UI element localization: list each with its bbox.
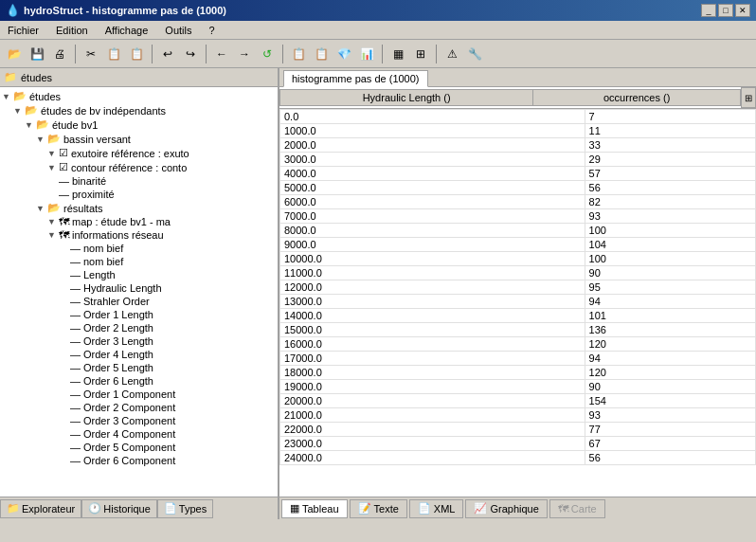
toolbar-warn[interactable]: ⚠ <box>441 44 462 64</box>
tree-item[interactable]: ▼ 📂 résultats <box>2 201 276 215</box>
tree-item[interactable]: — Order 2 Component <box>2 401 276 414</box>
close-button[interactable]: ✕ <box>735 4 750 17</box>
table-row[interactable]: 20000.0154 <box>280 394 756 408</box>
table-row[interactable]: 7000.093 <box>280 209 756 224</box>
tab-explorateur[interactable]: 📁 Explorateur <box>0 499 81 518</box>
menu-edition[interactable]: Edition <box>52 24 92 37</box>
bottom-tab-xml[interactable]: 📄 XML <box>409 499 464 518</box>
tree-item[interactable]: — Order 5 Component <box>2 441 276 454</box>
tree-item[interactable]: ▼ 📂 bassin versant <box>2 132 276 146</box>
table-row[interactable]: 23000.067 <box>280 437 756 451</box>
tree-item[interactable]: — nom bief <box>2 242 276 255</box>
table-row[interactable]: 13000.094 <box>280 295 756 309</box>
toolbar-btn1[interactable]: 📋 <box>288 44 309 64</box>
table-row[interactable]: 3000.029 <box>280 153 756 167</box>
table-row[interactable]: 17000.094 <box>280 352 756 366</box>
bottom-tab-graphique[interactable]: 📈 Graphique <box>465 499 547 518</box>
toolbar-settings[interactable]: 🔧 <box>464 44 485 64</box>
minimize-button[interactable]: _ <box>701 4 716 17</box>
tree-item[interactable]: — Order 5 Length <box>2 361 276 374</box>
tab-types[interactable]: 📄 Types <box>157 499 213 518</box>
table-row[interactable]: 19000.090 <box>280 380 756 394</box>
table-row[interactable]: 16000.0120 <box>280 337 756 352</box>
toolbar-chart[interactable]: 📊 <box>356 44 377 64</box>
tree-item[interactable]: ▼ 🗺 map : étude bv1 - ma <box>2 215 276 228</box>
table-row[interactable]: 4000.057 <box>280 167 756 181</box>
tree-item[interactable]: ▼ 📂 étude bv1 <box>2 117 276 132</box>
carte-icon: 🗺 <box>558 503 568 515</box>
table-row[interactable]: 22000.077 <box>280 423 756 437</box>
tree-item[interactable]: — Strahler Order <box>2 295 276 308</box>
tree-content[interactable]: ▼ 📂 études ▼ 📂 études de bv indépendants… <box>0 87 278 497</box>
tree-item[interactable]: — Order 1 Length <box>2 308 276 321</box>
toolbar-open[interactable]: 📂 <box>4 44 25 64</box>
maximize-button[interactable]: □ <box>718 4 733 17</box>
table-row[interactable]: 21000.093 <box>280 408 756 423</box>
bottom-tab-texte[interactable]: 📝 Texte <box>350 499 407 518</box>
table-row[interactable]: 18000.0120 <box>280 366 756 380</box>
toolbar-refresh[interactable]: ↺ <box>257 44 278 64</box>
tree-item[interactable]: — nom bief <box>2 255 276 268</box>
tree-item[interactable]: ▼ 🗺 informations réseau <box>2 228 276 242</box>
menu-outils[interactable]: Outils <box>161 24 195 37</box>
table-row[interactable]: 0.07 <box>280 110 756 124</box>
table-row[interactable]: 24000.056 <box>280 451 756 465</box>
tree-label: contour référence : conto <box>71 162 187 173</box>
tree-item[interactable]: — Order 3 Length <box>2 334 276 348</box>
toolbar-copy[interactable]: 📋 <box>103 44 124 64</box>
table-scroll[interactable]: 0.071000.0112000.0333000.0294000.0575000… <box>279 109 756 497</box>
cell-value: 2000.0 <box>280 138 585 153</box>
toolbar-grid[interactable]: ▦ <box>387 44 408 64</box>
tree-item[interactable]: ▼ 📂 études de bv indépendants <box>2 103 276 117</box>
tree-item[interactable]: — Order 6 Length <box>2 374 276 388</box>
tree-item[interactable]: — Order 1 Component <box>2 388 276 401</box>
tree-item[interactable]: ▼ 📂 études <box>2 89 276 103</box>
toolbar-save[interactable]: 💾 <box>27 44 47 64</box>
table-row[interactable]: 6000.082 <box>280 195 756 209</box>
toolbar-table[interactable]: ⊞ <box>410 44 431 64</box>
toolbar-print[interactable]: 🖨 <box>49 44 70 64</box>
tab-histogram[interactable]: histogramme pas de (1000) <box>283 70 428 87</box>
type-icon: — <box>70 309 81 320</box>
tree-item[interactable]: — proximité <box>2 188 276 201</box>
toolbar-back[interactable]: ← <box>211 44 232 64</box>
table-row[interactable]: 12000.095 <box>280 280 756 295</box>
toolbar-gem[interactable]: 💎 <box>333 44 354 64</box>
bottom-tab-tableau[interactable]: ▦ Tableau <box>281 499 348 518</box>
toolbar-undo[interactable]: ↩ <box>157 44 178 64</box>
tree-item[interactable]: — Order 3 Component <box>2 414 276 427</box>
toolbar-redo[interactable]: ↪ <box>180 44 201 64</box>
tab-historique[interactable]: 🕐 Historique <box>81 499 157 518</box>
table-row[interactable]: 8000.0100 <box>280 224 756 238</box>
toolbar-paste[interactable]: 📋 <box>126 44 147 64</box>
tree-item[interactable]: — Order 4 Length <box>2 348 276 361</box>
tree-item[interactable]: — Order 2 Length <box>2 321 276 334</box>
menu-fichier[interactable]: Fichier <box>4 24 43 37</box>
tree-item[interactable]: — binarité <box>2 174 276 188</box>
table-row[interactable]: 14000.0101 <box>280 309 756 323</box>
tree-item[interactable]: — Length <box>2 268 276 281</box>
tree-item[interactable]: — Order 4 Component <box>2 427 276 441</box>
table-row[interactable]: 2000.033 <box>280 138 756 153</box>
table-row[interactable]: 1000.011 <box>280 124 756 138</box>
expand-icon: ▼ <box>36 135 47 144</box>
tree-item[interactable]: ▼ ☑ contour référence : conto <box>2 160 276 174</box>
menu-affichage[interactable]: Affichage <box>101 24 153 37</box>
toolbar-btn2[interactable]: 📋 <box>311 44 332 64</box>
toolbar-forward[interactable]: → <box>234 44 255 64</box>
tree-label: études <box>29 91 61 102</box>
menu-help[interactable]: ? <box>205 24 218 37</box>
bottom-tab-carte[interactable]: 🗺 Carte <box>549 499 605 518</box>
tree-item[interactable]: ▼ ☑ exutoire référence : exuto <box>2 146 276 160</box>
table-row[interactable]: 11000.090 <box>280 266 756 280</box>
table-row[interactable]: 10000.0100 <box>280 252 756 266</box>
table-row[interactable]: 15000.0136 <box>280 323 756 337</box>
cell-value: 17000.0 <box>280 352 585 366</box>
col-resize-icon[interactable]: ⊞ <box>741 87 756 108</box>
tree-item[interactable]: — Order 6 Component <box>2 454 276 467</box>
table-row[interactable]: 9000.0104 <box>280 238 756 252</box>
table-row[interactable]: 5000.056 <box>280 181 756 195</box>
tree-item[interactable]: — Hydraulic Length <box>2 281 276 295</box>
toolbar-cut[interactable]: ✂ <box>81 44 101 64</box>
cell-count: 77 <box>585 423 755 437</box>
